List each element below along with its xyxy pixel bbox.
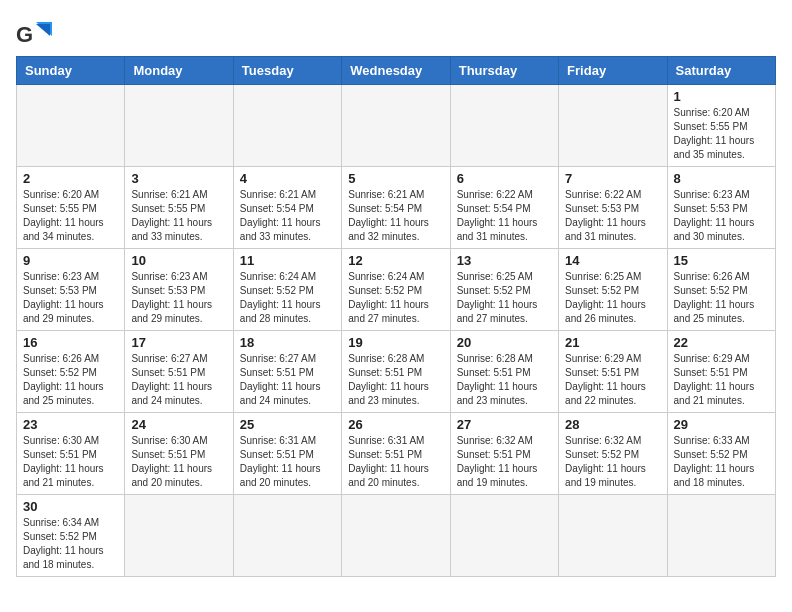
- calendar-cell: [233, 495, 341, 577]
- calendar-cell: 28Sunrise: 6:32 AMSunset: 5:52 PMDayligh…: [559, 413, 667, 495]
- calendar-week-row: 9Sunrise: 6:23 AMSunset: 5:53 PMDaylight…: [17, 249, 776, 331]
- calendar-cell: 3Sunrise: 6:21 AMSunset: 5:55 PMDaylight…: [125, 167, 233, 249]
- calendar-week-row: 2Sunrise: 6:20 AMSunset: 5:55 PMDaylight…: [17, 167, 776, 249]
- calendar-cell: [450, 495, 558, 577]
- day-info: Sunrise: 6:27 AMSunset: 5:51 PMDaylight:…: [131, 352, 226, 408]
- day-of-week-header: Saturday: [667, 57, 775, 85]
- day-number: 24: [131, 417, 226, 432]
- day-number: 11: [240, 253, 335, 268]
- logo: G: [16, 16, 56, 52]
- day-info: Sunrise: 6:23 AMSunset: 5:53 PMDaylight:…: [674, 188, 769, 244]
- day-number: 29: [674, 417, 769, 432]
- day-info: Sunrise: 6:26 AMSunset: 5:52 PMDaylight:…: [23, 352, 118, 408]
- day-info: Sunrise: 6:23 AMSunset: 5:53 PMDaylight:…: [131, 270, 226, 326]
- calendar-cell: 17Sunrise: 6:27 AMSunset: 5:51 PMDayligh…: [125, 331, 233, 413]
- day-info: Sunrise: 6:25 AMSunset: 5:52 PMDaylight:…: [457, 270, 552, 326]
- calendar-cell: 20Sunrise: 6:28 AMSunset: 5:51 PMDayligh…: [450, 331, 558, 413]
- day-of-week-header: Friday: [559, 57, 667, 85]
- day-info: Sunrise: 6:34 AMSunset: 5:52 PMDaylight:…: [23, 516, 118, 572]
- calendar-cell: [125, 85, 233, 167]
- day-number: 27: [457, 417, 552, 432]
- day-info: Sunrise: 6:21 AMSunset: 5:54 PMDaylight:…: [348, 188, 443, 244]
- day-number: 20: [457, 335, 552, 350]
- day-of-week-header: Sunday: [17, 57, 125, 85]
- day-info: Sunrise: 6:25 AMSunset: 5:52 PMDaylight:…: [565, 270, 660, 326]
- calendar-cell: 4Sunrise: 6:21 AMSunset: 5:54 PMDaylight…: [233, 167, 341, 249]
- day-info: Sunrise: 6:28 AMSunset: 5:51 PMDaylight:…: [348, 352, 443, 408]
- calendar-cell: 14Sunrise: 6:25 AMSunset: 5:52 PMDayligh…: [559, 249, 667, 331]
- calendar-cell: 1Sunrise: 6:20 AMSunset: 5:55 PMDaylight…: [667, 85, 775, 167]
- calendar-week-row: 1Sunrise: 6:20 AMSunset: 5:55 PMDaylight…: [17, 85, 776, 167]
- calendar-cell: 8Sunrise: 6:23 AMSunset: 5:53 PMDaylight…: [667, 167, 775, 249]
- day-number: 14: [565, 253, 660, 268]
- day-info: Sunrise: 6:23 AMSunset: 5:53 PMDaylight:…: [23, 270, 118, 326]
- day-info: Sunrise: 6:31 AMSunset: 5:51 PMDaylight:…: [348, 434, 443, 490]
- calendar-week-row: 16Sunrise: 6:26 AMSunset: 5:52 PMDayligh…: [17, 331, 776, 413]
- day-of-week-header: Thursday: [450, 57, 558, 85]
- day-number: 21: [565, 335, 660, 350]
- day-info: Sunrise: 6:26 AMSunset: 5:52 PMDaylight:…: [674, 270, 769, 326]
- day-number: 6: [457, 171, 552, 186]
- calendar-cell: 21Sunrise: 6:29 AMSunset: 5:51 PMDayligh…: [559, 331, 667, 413]
- calendar-cell: 25Sunrise: 6:31 AMSunset: 5:51 PMDayligh…: [233, 413, 341, 495]
- calendar-cell: 2Sunrise: 6:20 AMSunset: 5:55 PMDaylight…: [17, 167, 125, 249]
- calendar-cell: 19Sunrise: 6:28 AMSunset: 5:51 PMDayligh…: [342, 331, 450, 413]
- calendar-cell: 11Sunrise: 6:24 AMSunset: 5:52 PMDayligh…: [233, 249, 341, 331]
- svg-marker-2: [36, 24, 50, 36]
- calendar-cell: 9Sunrise: 6:23 AMSunset: 5:53 PMDaylight…: [17, 249, 125, 331]
- calendar-cell: 5Sunrise: 6:21 AMSunset: 5:54 PMDaylight…: [342, 167, 450, 249]
- logo-icon: G: [16, 16, 52, 52]
- day-of-week-header: Wednesday: [342, 57, 450, 85]
- day-info: Sunrise: 6:21 AMSunset: 5:54 PMDaylight:…: [240, 188, 335, 244]
- calendar-week-row: 23Sunrise: 6:30 AMSunset: 5:51 PMDayligh…: [17, 413, 776, 495]
- calendar-cell: [125, 495, 233, 577]
- day-info: Sunrise: 6:28 AMSunset: 5:51 PMDaylight:…: [457, 352, 552, 408]
- calendar-cell: 16Sunrise: 6:26 AMSunset: 5:52 PMDayligh…: [17, 331, 125, 413]
- day-info: Sunrise: 6:29 AMSunset: 5:51 PMDaylight:…: [565, 352, 660, 408]
- svg-text:G: G: [16, 22, 33, 47]
- day-number: 30: [23, 499, 118, 514]
- calendar-cell: 27Sunrise: 6:32 AMSunset: 5:51 PMDayligh…: [450, 413, 558, 495]
- day-number: 9: [23, 253, 118, 268]
- calendar-cell: 7Sunrise: 6:22 AMSunset: 5:53 PMDaylight…: [559, 167, 667, 249]
- day-info: Sunrise: 6:30 AMSunset: 5:51 PMDaylight:…: [131, 434, 226, 490]
- calendar-cell: 26Sunrise: 6:31 AMSunset: 5:51 PMDayligh…: [342, 413, 450, 495]
- calendar-cell: [233, 85, 341, 167]
- calendar-cell: 29Sunrise: 6:33 AMSunset: 5:52 PMDayligh…: [667, 413, 775, 495]
- day-info: Sunrise: 6:20 AMSunset: 5:55 PMDaylight:…: [674, 106, 769, 162]
- day-number: 28: [565, 417, 660, 432]
- day-info: Sunrise: 6:22 AMSunset: 5:54 PMDaylight:…: [457, 188, 552, 244]
- day-info: Sunrise: 6:20 AMSunset: 5:55 PMDaylight:…: [23, 188, 118, 244]
- calendar-cell: [559, 495, 667, 577]
- calendar-cell: 12Sunrise: 6:24 AMSunset: 5:52 PMDayligh…: [342, 249, 450, 331]
- day-number: 2: [23, 171, 118, 186]
- page-header: G: [16, 16, 776, 52]
- day-number: 1: [674, 89, 769, 104]
- day-number: 16: [23, 335, 118, 350]
- calendar-cell: [342, 495, 450, 577]
- calendar: SundayMondayTuesdayWednesdayThursdayFrid…: [16, 56, 776, 577]
- calendar-cell: [667, 495, 775, 577]
- calendar-cell: 6Sunrise: 6:22 AMSunset: 5:54 PMDaylight…: [450, 167, 558, 249]
- calendar-cell: 22Sunrise: 6:29 AMSunset: 5:51 PMDayligh…: [667, 331, 775, 413]
- day-number: 4: [240, 171, 335, 186]
- calendar-cell: [17, 85, 125, 167]
- day-number: 26: [348, 417, 443, 432]
- day-number: 10: [131, 253, 226, 268]
- calendar-cell: 24Sunrise: 6:30 AMSunset: 5:51 PMDayligh…: [125, 413, 233, 495]
- calendar-cell: 30Sunrise: 6:34 AMSunset: 5:52 PMDayligh…: [17, 495, 125, 577]
- day-info: Sunrise: 6:33 AMSunset: 5:52 PMDaylight:…: [674, 434, 769, 490]
- day-number: 3: [131, 171, 226, 186]
- day-number: 25: [240, 417, 335, 432]
- day-info: Sunrise: 6:32 AMSunset: 5:51 PMDaylight:…: [457, 434, 552, 490]
- day-info: Sunrise: 6:31 AMSunset: 5:51 PMDaylight:…: [240, 434, 335, 490]
- day-number: 19: [348, 335, 443, 350]
- calendar-cell: 23Sunrise: 6:30 AMSunset: 5:51 PMDayligh…: [17, 413, 125, 495]
- day-of-week-header: Tuesday: [233, 57, 341, 85]
- day-number: 13: [457, 253, 552, 268]
- day-number: 5: [348, 171, 443, 186]
- day-info: Sunrise: 6:24 AMSunset: 5:52 PMDaylight:…: [240, 270, 335, 326]
- day-info: Sunrise: 6:24 AMSunset: 5:52 PMDaylight:…: [348, 270, 443, 326]
- day-info: Sunrise: 6:30 AMSunset: 5:51 PMDaylight:…: [23, 434, 118, 490]
- calendar-cell: 18Sunrise: 6:27 AMSunset: 5:51 PMDayligh…: [233, 331, 341, 413]
